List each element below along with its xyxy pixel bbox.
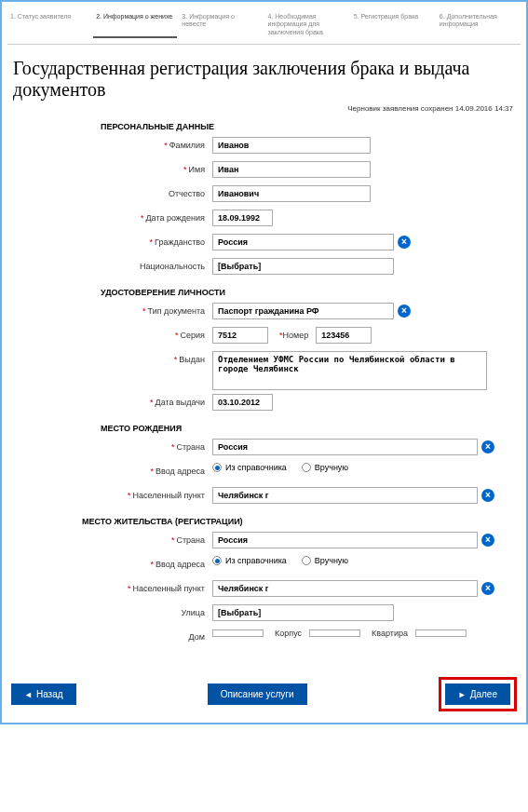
clear-citizenship-icon[interactable]: × bbox=[398, 236, 411, 249]
input-series[interactable]: 7512 bbox=[212, 327, 268, 344]
input-lastname[interactable]: Иванов bbox=[212, 137, 371, 154]
section-identity: УДОСТОВЕРЕНИЕ ЛИЧНОСТИ bbox=[101, 288, 521, 297]
label-citizenship: Гражданство bbox=[155, 237, 205, 247]
radio-res-directory[interactable]: Из справочника bbox=[212, 556, 287, 565]
draft-saved-text: Черновик заявления сохранен 14.09.2016 1… bbox=[15, 104, 513, 113]
arrow-right-icon: ► bbox=[458, 690, 467, 699]
input-patronymic[interactable]: Иванович bbox=[212, 185, 371, 202]
clear-birth-country-icon[interactable]: × bbox=[481, 440, 494, 453]
clear-res-locality-icon[interactable]: × bbox=[481, 582, 494, 595]
input-birthdate[interactable]: 18.09.1992 bbox=[212, 210, 273, 226]
label-firstname: Имя bbox=[188, 165, 205, 174]
input-issued[interactable] bbox=[212, 351, 487, 390]
clear-birth-locality-icon[interactable]: × bbox=[481, 489, 494, 502]
label-lastname: Фамилия bbox=[169, 141, 205, 150]
input-citizenship[interactable]: Россия bbox=[212, 234, 394, 250]
step-2[interactable]: 2. Информация о женихе bbox=[93, 11, 177, 38]
input-res-country[interactable]: Россия bbox=[212, 532, 478, 548]
label-issued: Выдан bbox=[179, 355, 205, 364]
section-birthplace: МЕСТО РОЖДЕНИЯ bbox=[101, 424, 521, 433]
label-nationality: Национальность bbox=[140, 262, 205, 271]
label-res-country: Страна bbox=[176, 535, 205, 545]
label-doctype: Тип документа bbox=[148, 306, 205, 316]
clear-doctype-icon[interactable]: × bbox=[398, 304, 411, 318]
footer-buttons: ◄Назад Описание услуги ►Далее bbox=[11, 677, 517, 711]
label-patronymic: Отчество bbox=[169, 189, 205, 198]
radio-birth-manual[interactable]: Вручную bbox=[302, 463, 348, 472]
label-house: Дом bbox=[189, 632, 205, 642]
input-birth-country[interactable]: Россия bbox=[212, 439, 478, 455]
back-button[interactable]: ◄Назад bbox=[11, 683, 76, 705]
step-4[interactable]: 4. Необходимая информация для заключения… bbox=[265, 11, 349, 38]
input-number[interactable]: 123456 bbox=[316, 327, 372, 344]
section-residence: МЕСТО ЖИТЕЛЬСТВА (РЕГИСТРАЦИИ) bbox=[82, 517, 521, 526]
label-res-addrmode: Ввод адреса bbox=[156, 560, 205, 569]
arrow-left-icon: ◄ bbox=[24, 690, 33, 699]
input-building[interactable] bbox=[309, 629, 360, 637]
input-apartment[interactable] bbox=[415, 629, 467, 637]
select-res-street[interactable]: [Выбрать] bbox=[212, 604, 394, 621]
wizard-steps: 1. Статус заявителя 2. Информация о жени… bbox=[7, 7, 521, 45]
select-nationality[interactable]: [Выбрать] bbox=[212, 258, 394, 275]
service-description-button[interactable]: Описание услуги bbox=[208, 683, 307, 705]
label-res-locality: Населенный пункт bbox=[133, 584, 205, 593]
next-button[interactable]: ►Далее bbox=[445, 683, 510, 705]
label-series: Серия bbox=[181, 331, 205, 340]
label-issuedate: Дата выдачи bbox=[156, 398, 205, 407]
step-1[interactable]: 1. Статус заявителя bbox=[7, 11, 91, 38]
label-building: Корпус bbox=[275, 629, 302, 638]
input-house[interactable] bbox=[212, 629, 264, 637]
input-doctype[interactable]: Паспорт гражданина РФ bbox=[212, 303, 394, 319]
label-apartment: Квартира bbox=[372, 629, 408, 638]
step-3[interactable]: 3. Информация о невесте bbox=[179, 11, 263, 38]
clear-res-country-icon[interactable]: × bbox=[481, 534, 494, 547]
step-5[interactable]: 5. Регистрация брака bbox=[351, 11, 435, 38]
step-6[interactable]: 6. Дополнительная информация bbox=[437, 11, 521, 38]
input-birth-locality[interactable]: Челябинск г bbox=[212, 487, 478, 504]
radio-birth-directory[interactable]: Из справочника bbox=[212, 463, 287, 472]
input-issuedate[interactable]: 03.10.2012 bbox=[212, 394, 273, 411]
page-title: Государственная регистрация заключения б… bbox=[13, 58, 515, 101]
section-personal: ПЕРСОНАЛЬНЫЕ ДАННЫЕ bbox=[101, 122, 521, 131]
label-res-street: Улица bbox=[181, 608, 205, 617]
page-container: 1. Статус заявителя 2. Информация о жени… bbox=[0, 0, 528, 724]
input-firstname[interactable]: Иван bbox=[212, 161, 371, 178]
label-birthdate: Дата рождения bbox=[146, 213, 206, 223]
label-birth-country: Страна bbox=[176, 442, 205, 452]
next-button-highlight: ►Далее bbox=[439, 677, 517, 711]
radio-res-manual[interactable]: Вручную bbox=[302, 556, 348, 565]
label-birth-locality: Населенный пункт bbox=[133, 491, 205, 500]
label-birth-addrmode: Ввод адреса bbox=[156, 467, 205, 476]
label-number: Номер bbox=[283, 331, 309, 340]
input-res-locality[interactable]: Челябинск г bbox=[212, 580, 478, 597]
